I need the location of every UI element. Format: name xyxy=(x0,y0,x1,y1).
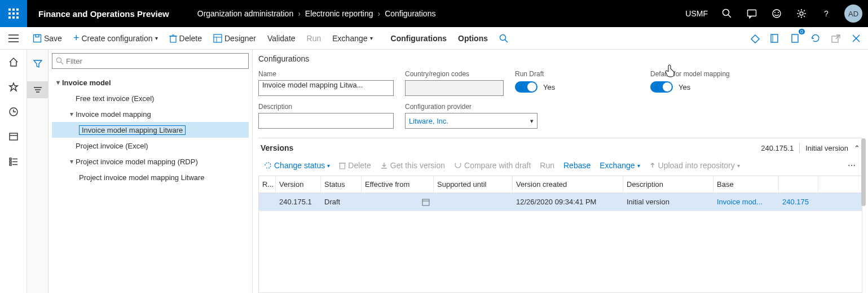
settings-button[interactable] xyxy=(789,0,814,27)
col-base[interactable]: Base xyxy=(713,176,779,193)
company-picker[interactable]: USMF xyxy=(678,9,715,18)
close-button[interactable] xyxy=(847,29,866,48)
name-input[interactable]: Invoice model mapping Litwa... xyxy=(258,80,394,96)
filter-input[interactable] xyxy=(66,57,245,65)
compare-with-draft-button[interactable]: Compare with draft xyxy=(451,160,534,171)
app-launcher-button[interactable] xyxy=(0,0,27,27)
tree-filter[interactable] xyxy=(52,53,249,69)
designer-button[interactable]: Designer xyxy=(208,27,262,50)
versions-toolbar: Change status▾ Delete Get this version C… xyxy=(258,158,862,176)
svg-rect-51 xyxy=(10,164,11,165)
chevron-down-icon: ▾ xyxy=(370,35,373,41)
trash-icon xyxy=(339,161,346,169)
filter-lines-button[interactable] xyxy=(27,81,49,98)
label-run-draft: Run Draft xyxy=(515,70,639,78)
book-icon xyxy=(770,33,780,43)
chevron-right-icon: › xyxy=(377,9,380,18)
svg-point-13 xyxy=(774,12,776,13)
open-in-office-button[interactable] xyxy=(765,29,785,48)
cell-supported xyxy=(434,193,513,211)
svg-rect-38 xyxy=(751,34,759,42)
rebase-button[interactable]: Rebase xyxy=(560,160,594,171)
tree-node[interactable]: Project invoice model mapping Litware xyxy=(52,169,249,185)
col-description[interactable]: Description xyxy=(623,176,713,193)
favorites-button[interactable] xyxy=(0,75,27,99)
messages-button[interactable] xyxy=(739,0,764,27)
cell-base-ver[interactable]: 240.175 xyxy=(779,193,818,211)
diamond-icon xyxy=(749,33,760,44)
popout-button[interactable] xyxy=(826,29,845,48)
attachments-button[interactable] xyxy=(745,29,764,48)
svg-rect-47 xyxy=(10,133,17,140)
user-avatar[interactable]: AD xyxy=(844,5,862,23)
versions-delete-button[interactable]: Delete xyxy=(336,160,374,171)
provider-select[interactable]: Litware, Inc.▾ xyxy=(405,113,537,129)
modules-button[interactable] xyxy=(0,149,27,174)
tree-node-selected[interactable]: Invoice model mapping Litware xyxy=(52,122,249,138)
save-button[interactable]: Save xyxy=(27,27,68,50)
col-base-ver[interactable] xyxy=(779,176,818,193)
configurations-tab[interactable]: Configurations xyxy=(385,27,453,50)
col-effective[interactable]: Effective from xyxy=(362,176,434,193)
tree-node[interactable]: Project invoice (Excel) xyxy=(52,138,249,154)
cell-effective[interactable] xyxy=(362,193,434,211)
search-button[interactable] xyxy=(715,0,739,27)
list-icon xyxy=(8,156,19,167)
download-icon xyxy=(380,161,388,169)
grid-row[interactable]: 240.175.1 Draft 12/26/2020 09:34:41 PM I… xyxy=(259,193,862,211)
change-status-button[interactable]: Change status▾ xyxy=(261,160,333,171)
chevron-down-icon: ▾ xyxy=(530,117,534,125)
versions-title: Versions xyxy=(261,143,293,152)
col-r[interactable]: R... xyxy=(259,176,276,193)
scrollbar-thumb[interactable] xyxy=(861,138,866,206)
smile-icon xyxy=(772,8,782,19)
svg-line-10 xyxy=(728,15,731,18)
country-input[interactable] xyxy=(405,80,504,96)
feedback-button[interactable] xyxy=(764,0,789,27)
cell-base-name[interactable]: Invoice mod... xyxy=(713,193,779,211)
filter-funnel-button[interactable] xyxy=(29,55,46,72)
tree-node[interactable]: ▾Project invoice model mapping (RDP) xyxy=(52,154,249,169)
options-tab[interactable]: Options xyxy=(452,27,494,50)
tree-node[interactable]: Free text invoice (Excel) xyxy=(52,90,249,106)
refresh-button[interactable] xyxy=(806,29,825,48)
search-actions-button[interactable] xyxy=(494,27,514,50)
versions-grid: R... Version Status Effective from Suppo… xyxy=(258,176,862,293)
cell-version: 240.175.1 xyxy=(276,193,321,211)
run-button[interactable]: Run xyxy=(301,27,327,50)
panel-icon xyxy=(8,132,19,142)
col-version[interactable]: Version xyxy=(276,176,321,193)
home-button[interactable] xyxy=(0,50,27,75)
scrollbar[interactable] xyxy=(859,138,866,293)
help-button[interactable]: ? xyxy=(814,0,839,27)
create-configuration-button[interactable]: +Create configuration▾ xyxy=(68,27,164,50)
app-title: Finance and Operations Preview xyxy=(27,9,180,19)
versions-run-button[interactable]: Run xyxy=(536,160,558,171)
recent-button[interactable] xyxy=(0,99,27,124)
workspaces-button[interactable] xyxy=(0,124,27,149)
breadcrumb-item[interactable]: Configurations xyxy=(385,9,435,18)
tree-node[interactable]: ▾Invoice model xyxy=(52,75,249,90)
run-draft-toggle[interactable] xyxy=(515,81,537,93)
versions-exchange-button[interactable]: Exchange▾ xyxy=(596,160,643,171)
col-supported[interactable]: Supported until xyxy=(434,176,513,193)
breadcrumb-item[interactable]: Electronic reporting xyxy=(305,9,373,18)
svg-rect-41 xyxy=(792,34,798,42)
get-this-version-button[interactable]: Get this version xyxy=(377,160,448,171)
exchange-button[interactable]: Exchange▾ xyxy=(327,27,378,50)
delete-button[interactable]: Delete xyxy=(164,27,208,50)
more-actions-button[interactable]: ⋯ xyxy=(843,161,860,170)
nav-toggle[interactable] xyxy=(0,27,27,50)
default-mapping-toggle[interactable] xyxy=(650,81,673,93)
svg-line-23 xyxy=(804,10,805,11)
validate-button[interactable]: Validate xyxy=(262,27,301,50)
description-input[interactable] xyxy=(258,113,394,129)
versions-section: Versions 240.175.1 Initial version ⌃ Cha… xyxy=(258,138,862,293)
compare-icon xyxy=(454,161,462,169)
col-created[interactable]: Version created xyxy=(513,176,623,193)
document-attachment-button[interactable]: 0 xyxy=(786,29,805,48)
tree-node[interactable]: ▾Invoice model mapping xyxy=(52,106,249,122)
breadcrumb-item[interactable]: Organization administration xyxy=(197,9,293,18)
col-status[interactable]: Status xyxy=(321,176,362,193)
upload-repository-button[interactable]: Upload into repository▾ xyxy=(646,160,743,171)
